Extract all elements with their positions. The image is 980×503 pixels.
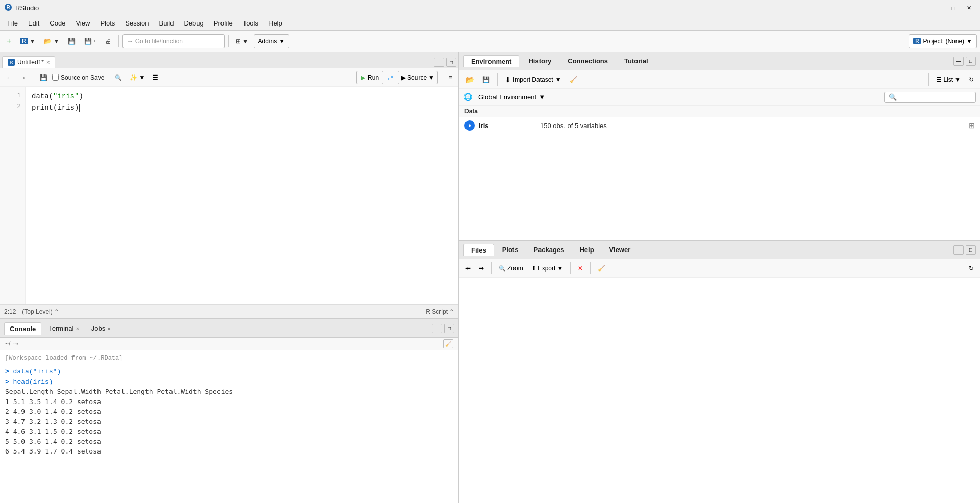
find-button[interactable] — [112, 71, 125, 84]
source-button[interactable]: ▶ Source ▼ — [398, 71, 438, 84]
console-clear-button[interactable]: 🧹 — [443, 339, 453, 348]
menu-edit[interactable]: Edit — [23, 18, 44, 29]
source-on-save-checkbox[interactable] — [52, 74, 59, 81]
files-back-button[interactable]: ⬅ — [462, 262, 474, 275]
menu-profile[interactable]: Profile — [209, 18, 238, 29]
console-tab-terminal[interactable]: Terminal × — [43, 322, 84, 334]
menu-tools[interactable]: Tools — [238, 18, 263, 29]
editor-tab-close[interactable]: × — [46, 59, 50, 65]
refresh-icon: ↻ — [969, 76, 974, 83]
back-button[interactable]: ← — [3, 71, 15, 84]
files-minimize-button[interactable]: — — [953, 245, 964, 255]
env-search-input[interactable] — [899, 93, 971, 100]
re-run-button[interactable] — [385, 71, 396, 84]
env-search-box[interactable]: 🔍 — [884, 92, 976, 103]
files-forward-button[interactable]: ➡ — [476, 262, 487, 275]
print-button[interactable] — [102, 34, 115, 49]
editor-maximize-button[interactable]: □ — [446, 58, 456, 67]
clear-env-button[interactable]: 🧹 — [567, 73, 580, 86]
list-view-button[interactable]: ☰ List ▼ — [933, 73, 964, 86]
env-global-bar: 🌐 Global Environment ▼ 🔍 — [459, 89, 980, 106]
refresh-plots-button[interactable]: ↻ — [966, 262, 977, 275]
terminal-tab-close[interactable]: × — [76, 325, 79, 332]
menu-session[interactable]: Session — [120, 18, 154, 29]
editor-tab-untitled1[interactable]: R Untitled1* × — [2, 56, 55, 68]
files-tab-bar: Files Plots Packages Help Viewer — □ — [459, 241, 980, 259]
console-tab-jobs[interactable]: Jobs × — [86, 322, 116, 334]
run-button[interactable]: Run — [356, 71, 383, 84]
load-workspace-button[interactable]: 📂 — [462, 73, 477, 86]
run-label: Run — [368, 74, 379, 81]
menu-build[interactable]: Build — [154, 18, 179, 29]
console-maximize-button[interactable]: □ — [444, 324, 454, 333]
console-data-3: 3 4.7 3.2 1.3 0.2 setosa — [5, 417, 453, 427]
clear-plots-button[interactable]: 🧹 — [595, 262, 608, 275]
export-button[interactable]: ⬆ Export ▼ — [528, 262, 567, 275]
save-editor-icon: 💾 — [40, 74, 47, 81]
console-tab-console[interactable]: Console — [4, 322, 41, 335]
code-editor[interactable]: 1 2 data("iris") print(iris) — [0, 87, 458, 304]
env-minimize-button[interactable]: — — [953, 57, 964, 66]
r-icon: R — [20, 38, 28, 44]
env-toolbar: 📂 💾 ⬇ Import Dataset ▼ 🧹 ☰ L — [459, 70, 980, 89]
top-level-label: (Top Level) — [22, 308, 52, 315]
code-content[interactable]: data("iris") print(iris) — [26, 87, 458, 304]
environment-panel: Environment History Connections Tutorial… — [459, 52, 980, 241]
delete-plot-button[interactable]: ✕ — [575, 262, 586, 275]
files-tab-plots[interactable]: Plots — [495, 244, 526, 256]
maximize-button[interactable]: □ — [946, 3, 961, 14]
open-button[interactable]: ▼ — [40, 34, 63, 49]
env-maximize-button[interactable]: □ — [966, 57, 976, 66]
env-tab-connections[interactable]: Connections — [560, 55, 615, 67]
code-line-2: print(iris) — [32, 104, 85, 112]
jobs-tab-close[interactable]: × — [107, 325, 110, 332]
wand-button[interactable]: ✨ ▼ — [127, 71, 148, 84]
files-tab-packages[interactable]: Packages — [526, 244, 571, 256]
new-file-button[interactable]: + — [3, 34, 15, 49]
menu-debug[interactable]: Debug — [179, 18, 208, 29]
console-path-bar: ~/ ⇢ 🧹 — [0, 338, 458, 350]
files-tab-viewer[interactable]: Viewer — [602, 244, 638, 256]
save-workspace-button[interactable]: 💾 — [479, 73, 493, 86]
env-tab-history[interactable]: History — [521, 55, 558, 67]
console-data-5: 5 5.0 3.6 1.4 0.2 setosa — [5, 437, 453, 447]
menu-plots[interactable]: Plots — [95, 18, 120, 29]
save-all-button[interactable]: 💾+ — [81, 34, 100, 49]
forward-button[interactable]: → — [17, 71, 29, 84]
editor-minimize-button[interactable]: — — [434, 58, 444, 67]
files-toolbar: ⬅ ➡ Zoom ⬆ Export ▼ ✕ — [459, 259, 980, 278]
workspace-grid-button[interactable]: ⊞ ▼ — [232, 34, 252, 49]
files-tab-files[interactable]: Files — [463, 244, 494, 256]
go-to-file-input[interactable]: → Go to file/function — [122, 34, 225, 48]
close-button[interactable]: ✕ — [962, 3, 976, 14]
navigate-icon[interactable]: ⇢ — [13, 340, 18, 347]
main-toolbar: + R ▼ ▼ 💾+ → Go to file/function ⊞ ▼ Add… — [0, 31, 980, 52]
import-icon: ⬇ — [505, 76, 511, 84]
menu-code[interactable]: Code — [44, 18, 70, 29]
menu-view[interactable]: View — [70, 18, 95, 29]
console-content[interactable]: [Workspace loaded from ~/.RData] > data(… — [0, 350, 458, 503]
project-button[interactable]: R Project: (None) ▼ — [909, 34, 977, 48]
iris-data-icon: ● — [464, 120, 475, 131]
save-editor-button[interactable]: 💾 — [37, 71, 51, 84]
env-tab-tutorial[interactable]: Tutorial — [617, 55, 655, 67]
iris-grid-icon[interactable]: ⊞ — [969, 121, 975, 130]
env-tab-environment[interactable]: Environment — [463, 55, 519, 67]
new-r-button[interactable]: R ▼ — [16, 34, 39, 49]
menu-file[interactable]: File — [2, 18, 23, 29]
files-maximize-button[interactable]: □ — [966, 245, 976, 255]
zoom-button[interactable]: Zoom — [496, 262, 526, 275]
minimize-button[interactable]: — — [931, 3, 945, 14]
level-chevron: ⌃ — [54, 308, 59, 315]
console-minimize-button[interactable]: — — [432, 324, 442, 333]
import-dataset-button[interactable]: ⬇ Import Dataset ▼ — [502, 73, 565, 86]
refresh-env-button[interactable]: ↻ — [966, 73, 977, 86]
lines-button[interactable]: ☰ — [150, 71, 161, 84]
files-tab-help[interactable]: Help — [572, 244, 601, 256]
addins-button[interactable]: Addins ▼ — [254, 34, 290, 48]
menu-help[interactable]: Help — [263, 18, 287, 29]
global-env-button[interactable]: Global Environment ▼ — [475, 90, 548, 104]
save-button[interactable] — [64, 34, 79, 49]
console-data-4: 4 4.6 3.1 1.5 0.2 setosa — [5, 426, 453, 437]
hamburger-button[interactable]: ≡ — [446, 71, 455, 84]
